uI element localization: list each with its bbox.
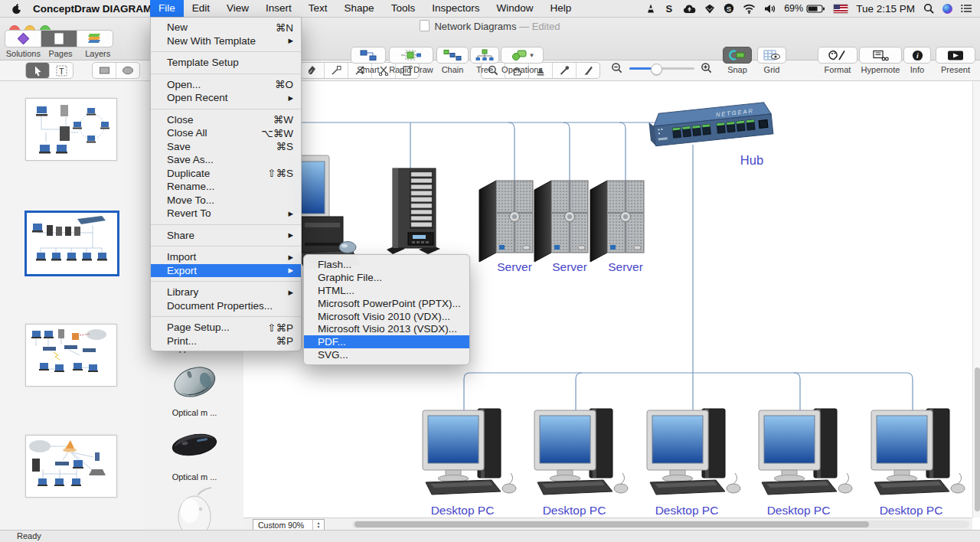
vlc-icon[interactable] (645, 0, 656, 17)
hub-shape[interactable]: NETGEAR (648, 102, 773, 146)
s-app-icon[interactable]: S (665, 0, 675, 17)
menubar-clock[interactable]: Tue 2:15 PM (856, 3, 915, 15)
segment-solutions[interactable] (5, 31, 41, 47)
select-tool[interactable] (26, 63, 50, 78)
menu-item-template-setup[interactable]: Template Setup (151, 56, 301, 70)
present-button[interactable]: Present (936, 47, 975, 74)
menu-item-share[interactable]: Share▶ (151, 229, 301, 243)
rectangle-tool[interactable] (93, 63, 116, 78)
library-item-white-mouse[interactable] (172, 486, 217, 530)
siri-icon[interactable] (942, 4, 952, 14)
snap-button[interactable]: Snap (723, 47, 752, 74)
zoom-level-select[interactable]: Custom 90% ▲▼ (253, 519, 325, 531)
edit-node-tool[interactable] (325, 63, 348, 78)
format-button[interactable]: Format (818, 47, 858, 74)
desktop-pc-shape-4[interactable] (759, 409, 852, 495)
menu-item-page-setup[interactable]: Page Setup...⇧⌘P (151, 321, 301, 335)
page-thumbnail-4[interactable] (25, 435, 117, 498)
menu-item-import[interactable]: Import▶ (151, 250, 301, 264)
menubar-menu-file[interactable]: File (150, 0, 184, 17)
menu-item-graphic-file[interactable]: Graphic File... (304, 271, 469, 284)
menu-item-open-recent[interactable]: Open Recent▶ (151, 91, 301, 105)
menu-item-pdf[interactable]: PDF... (304, 335, 469, 348)
menubar-menu-help[interactable]: Help (541, 0, 580, 17)
menubar-menu-view[interactable]: View (218, 0, 257, 17)
library-item-optical-mouse-gray[interactable] (167, 356, 222, 410)
pen-tool[interactable] (301, 63, 325, 78)
page-thumbnail-1[interactable] (25, 98, 117, 161)
disk-array-shape[interactable] (387, 168, 440, 254)
zoom-stepper-icon[interactable]: ▲▼ (312, 520, 324, 530)
library-item-optical-mouse-black[interactable] (167, 423, 222, 469)
wifi-icon[interactable] (743, 0, 756, 17)
menu-item-save-as[interactable]: Save As... (151, 153, 301, 167)
menu-item-microsoft-powerpoint-pptx[interactable]: Microsoft PowerPoint (PPTX)... (304, 297, 469, 310)
menu-item-svg[interactable]: SVG... (304, 348, 469, 361)
menu-item-duplicate[interactable]: Duplicate⇧⌘S (151, 167, 301, 181)
vertical-scrollbar-thumb[interactable] (975, 367, 980, 511)
zoom-in-icon[interactable] (701, 62, 713, 74)
gem-icon[interactable] (704, 0, 715, 17)
menu-item-revert-to[interactable]: Revert To▶ (151, 207, 301, 220)
skype-icon[interactable]: S (724, 0, 734, 17)
canvas-horizontal-scrollbar[interactable] (352, 521, 969, 528)
notification-center-icon[interactable] (961, 0, 972, 17)
apple-menu-icon[interactable] (11, 3, 22, 15)
cloud-upload-icon[interactable] (683, 0, 696, 17)
server-shape-3[interactable] (590, 181, 644, 262)
menu-item-new[interactable]: New⌘N (151, 21, 301, 34)
style-brush-tool[interactable] (577, 63, 599, 78)
desktop-pc-shape-3[interactable] (647, 409, 740, 495)
chain-button[interactable]: Chain (436, 47, 469, 74)
menu-item-library[interactable]: Library▶ (151, 286, 301, 299)
horizontal-scrollbar-thumb[interactable] (354, 521, 869, 527)
zoom-slider-thumb[interactable] (651, 64, 662, 75)
page-thumbnail-3[interactable] (25, 324, 117, 387)
tree-button[interactable]: Tree (470, 47, 499, 74)
menu-item-open[interactable]: Open...⌘O (151, 78, 301, 92)
segment-layers[interactable] (77, 31, 113, 47)
menubar-menu-tools[interactable]: Tools (383, 0, 424, 17)
menu-item-export[interactable]: Export▶ (151, 264, 301, 278)
menubar-menu-text[interactable]: Text (300, 0, 336, 17)
menu-item-microsoft-visio-2013-vsdx[interactable]: Microsoft Visio 2013 (VSDX)... (304, 322, 469, 335)
menu-item-microsoft-visio-2010-vdx[interactable]: Microsoft Visio 2010 (VDX)... (304, 310, 469, 323)
menu-item-close-all[interactable]: Close All⌥⌘W (151, 126, 301, 140)
server-shape-1[interactable] (479, 181, 533, 262)
menubar-menu-inspectors[interactable]: Inspectors (423, 0, 488, 17)
page-thumbnail-2-selected[interactable] (25, 211, 119, 276)
canvas-vertical-scrollbar[interactable] (972, 80, 980, 518)
spotlight-icon[interactable] (923, 0, 934, 17)
text-tool[interactable]: T (50, 63, 73, 78)
menu-item-move-to[interactable]: Move To... (151, 194, 301, 207)
zoom-slider-track[interactable] (629, 67, 694, 70)
segment-pages[interactable] (41, 31, 77, 47)
menu-item-print[interactable]: Print...⌘P (151, 335, 301, 348)
menu-item-rename[interactable]: Rename... (151, 180, 301, 194)
menu-item-flash[interactable]: Flash... (304, 258, 469, 271)
desktop-pc-shape-5[interactable] (871, 409, 965, 495)
volume-icon[interactable] (764, 0, 776, 17)
menubar-menu-shape[interactable]: Shape (336, 0, 383, 17)
grid-button[interactable]: Grid (757, 47, 786, 74)
menu-item-html[interactable]: HTML... (304, 284, 469, 297)
desktop-pc-shape-2[interactable] (534, 409, 628, 495)
hypernote-button[interactable]: Hypernote (859, 47, 902, 74)
operations-button[interactable]: ▾ Operations (501, 47, 544, 74)
menu-item-new-with-template[interactable]: New With Template▶ (151, 34, 301, 48)
menubar-menu-insert[interactable]: Insert (257, 0, 300, 17)
rapid-draw-button[interactable]: Rapid Draw (389, 47, 433, 74)
desktop-pc-shape-1[interactable] (423, 409, 516, 495)
server-shape-2[interactable] (534, 181, 588, 262)
ellipse-tool[interactable] (116, 63, 139, 78)
eyedropper-tool[interactable] (553, 63, 577, 78)
menu-item-document-properties[interactable]: Document Properties... (151, 299, 301, 313)
menubar-menu-edit[interactable]: Edit (184, 0, 218, 17)
smart-button[interactable]: Smart (351, 47, 386, 74)
menu-item-close[interactable]: Close⌘W (151, 113, 301, 127)
menu-item-save[interactable]: Save⌘S (151, 140, 301, 154)
us-flag-icon[interactable] (834, 5, 848, 13)
menubar-menu-window[interactable]: Window (488, 0, 541, 17)
zoom-out-icon[interactable] (611, 62, 623, 74)
info-button[interactable]: i Info (903, 47, 931, 74)
